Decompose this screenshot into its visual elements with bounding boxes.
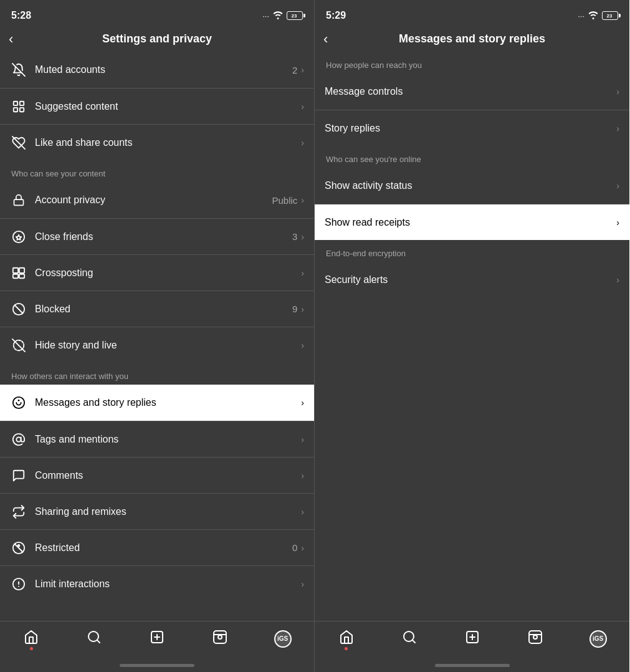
hide-story-label: Hide story and live [35, 340, 301, 351]
status-icons-right: ··· 23 [578, 11, 618, 21]
reels-icon-right [528, 630, 543, 648]
section-label-content: Who can see your content [0, 160, 314, 182]
list-item-security-alerts[interactable]: Security alerts › [315, 262, 629, 298]
svg-rect-6 [14, 199, 24, 205]
home-icon-right [339, 630, 354, 648]
svg-rect-10 [19, 267, 24, 272]
nav-reels-right[interactable] [520, 624, 550, 654]
list-item-hide-story[interactable]: Hide story and live › [0, 327, 314, 363]
block-icon [10, 300, 27, 318]
bell-slash-icon [10, 61, 27, 79]
svg-rect-11 [13, 274, 18, 277]
like-share-chevron: › [301, 138, 304, 148]
grid-star-icon [10, 98, 27, 115]
crossposting-label: Crossposting [35, 267, 301, 279]
svg-line-14 [15, 305, 23, 313]
suggested-content-chevron: › [301, 102, 304, 112]
battery-icon-left: 23 [287, 11, 303, 20]
svg-rect-3 [14, 107, 17, 111]
list-item-message-controls[interactable]: Message controls › [315, 74, 629, 110]
section-label-encryption: End-to-end encryption [315, 240, 629, 262]
show-read-receipts-chevron: › [616, 218, 619, 228]
account-privacy-badge: Public [272, 195, 297, 206]
list-item-account-privacy[interactable]: Account privacy Public › [0, 182, 314, 218]
close-friends-badge: 3 [292, 231, 297, 242]
svg-point-21 [18, 544, 20, 546]
list-item-limit-interactions[interactable]: Limit interactions › [0, 565, 314, 602]
search-icon-right [402, 630, 417, 648]
back-button-right[interactable]: ‹ [323, 32, 328, 46]
nav-search-left[interactable] [79, 624, 109, 654]
status-bar-left: 5:28 ··· 23 [0, 0, 314, 27]
message-icon [10, 394, 27, 411]
header-right: ‹ Messages and story replies [315, 27, 629, 52]
list-item-blocked[interactable]: Blocked 9 › [0, 290, 314, 327]
list-item-crossposting[interactable]: Crossposting › [0, 254, 314, 290]
content-left: Muted accounts 2 › Suggested content › [0, 52, 314, 621]
list-item-restricted[interactable]: Restricted 0 › [0, 529, 314, 565]
nav-profile-left[interactable]: iGS [268, 624, 298, 654]
comments-chevron: › [301, 471, 304, 481]
close-friends-label: Close friends [35, 231, 292, 242]
nav-search-right[interactable] [394, 624, 424, 654]
nav-profile-right[interactable]: iGS [583, 624, 613, 654]
list-item-tags-mentions[interactable]: Tags and mentions › [0, 421, 314, 457]
list-item-show-read-receipts[interactable]: Show read receipts › [315, 204, 629, 240]
back-button-left[interactable]: ‹ [9, 32, 13, 46]
nav-home-right[interactable] [332, 624, 361, 654]
status-icons-left: ··· 23 [262, 11, 303, 21]
messages-label: Messages and story replies [35, 397, 301, 408]
limit-interactions-chevron: › [301, 579, 304, 589]
muted-accounts-badge: 2 [292, 65, 297, 75]
list-item-like-share[interactable]: Like and share counts › [0, 124, 314, 160]
list-item-comments[interactable]: Comments › [0, 457, 314, 493]
svg-line-16 [12, 338, 25, 351]
restricted-chevron: › [301, 543, 304, 553]
story-replies-label: Story replies [325, 123, 616, 134]
bottom-nav-right: iGS [315, 621, 629, 658]
section-label-interact: How others can interact with you [0, 363, 314, 385]
lock-icon [10, 191, 27, 209]
crosspost-icon [10, 264, 27, 282]
left-panel: 5:28 ··· 23 ‹ Settings and privacy [0, 0, 315, 672]
nav-reels-left[interactable] [205, 624, 235, 654]
nav-add-left[interactable] [142, 624, 172, 654]
sharing-remixes-chevron: › [301, 507, 304, 517]
search-icon-left [87, 630, 102, 648]
security-alerts-label: Security alerts [325, 274, 616, 286]
blocked-badge: 9 [292, 304, 297, 314]
list-item-show-activity[interactable]: Show activity status › [315, 168, 629, 204]
svg-point-39 [533, 635, 537, 639]
comments-label: Comments [35, 470, 301, 481]
heart-slash-icon [10, 134, 27, 151]
add-icon-left [150, 630, 165, 648]
tags-mentions-label: Tags and mentions [35, 434, 301, 445]
svg-rect-1 [14, 101, 17, 105]
svg-point-17 [13, 397, 24, 408]
list-item-suggested-content[interactable]: Suggested content › [0, 88, 314, 124]
right-panel: 5:29 ··· 23 ‹ Messages and story replies… [315, 0, 629, 672]
restricted-label: Restricted [35, 542, 292, 554]
nav-home-left[interactable] [16, 624, 46, 654]
signal-icon: ··· [262, 11, 269, 21]
muted-accounts-label: Muted accounts [35, 64, 292, 75]
show-activity-label: Show activity status [325, 180, 616, 191]
hide-story-chevron: › [301, 340, 304, 350]
add-icon-right [465, 630, 480, 648]
share-icon [10, 503, 27, 521]
nav-add-right[interactable] [457, 624, 487, 654]
section-label-online: Who can see you're online [315, 146, 629, 168]
list-item-close-friends[interactable]: Close friends 3 › [0, 218, 314, 254]
story-slash-icon [10, 337, 27, 354]
header-left: ‹ Settings and privacy [0, 27, 314, 52]
list-item-sharing-remixes[interactable]: Sharing and remixes › [0, 493, 314, 529]
home-bar-right [435, 664, 510, 667]
message-controls-label: Message controls [325, 86, 616, 97]
list-item-messages[interactable]: Messages and story replies › [0, 385, 314, 421]
svg-rect-38 [529, 631, 542, 643]
svg-line-0 [12, 64, 25, 76]
list-item-muted-accounts[interactable]: Muted accounts 2 › [0, 52, 314, 88]
list-item-story-replies[interactable]: Story replies › [315, 110, 629, 146]
home-indicator-left [0, 658, 314, 672]
signal-icon-right: ··· [578, 11, 585, 21]
